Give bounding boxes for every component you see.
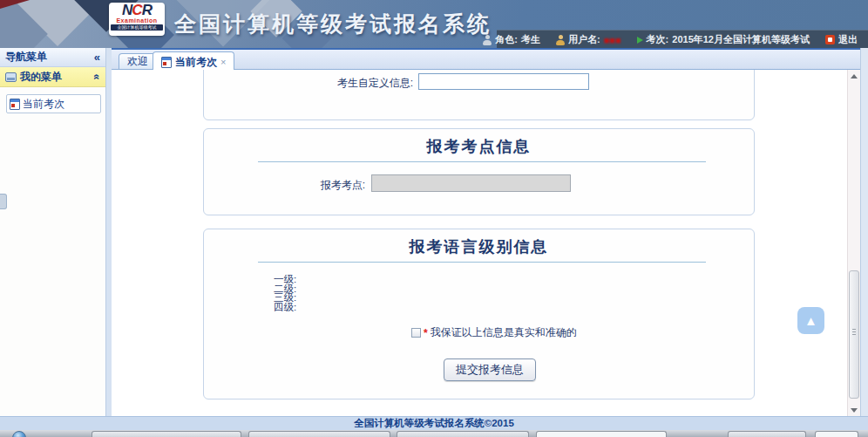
right-frame bbox=[860, 48, 868, 417]
session-label: 考次: bbox=[647, 33, 669, 46]
page-title: 全国计算机等级考试报名系统 bbox=[174, 10, 492, 38]
session-group: 考次: 2015年12月全国计算机等级考试 bbox=[637, 33, 810, 46]
back-to-top-button[interactable]: ▲ bbox=[797, 307, 824, 334]
role-label: 角色: bbox=[495, 33, 518, 46]
taskbar-button[interactable] bbox=[815, 431, 858, 437]
taskbar-button[interactable] bbox=[728, 431, 806, 437]
exam-site-section-title: 报考考点信息 bbox=[204, 136, 754, 157]
deco-triangle bbox=[0, 0, 30, 9]
menu-icon bbox=[5, 72, 17, 82]
tab-welcome-label: 欢迎 bbox=[127, 54, 148, 69]
agree-text: 我保证以上信息是真实和准确的 bbox=[431, 325, 577, 340]
tab-current-session[interactable]: 当前考次 × bbox=[153, 51, 234, 72]
exam-site-label: 报考考点: bbox=[282, 178, 365, 193]
level-4-label: 四级: bbox=[274, 303, 296, 312]
main-area: 欢迎 当前考次 × 考生自定义信息: 报考考点信息 报考考点: bbox=[112, 48, 860, 417]
level-3-label: 三级: bbox=[274, 293, 296, 303]
session-value: 2015年12月全国计算机等级考试 bbox=[672, 33, 810, 46]
sidebar-collapse-icon[interactable]: « bbox=[94, 51, 100, 64]
footer: 全国计算机等级考试报名系统©2015 bbox=[0, 416, 868, 430]
panel-custom-info: 考生自定义信息: bbox=[203, 70, 755, 120]
custom-info-label: 考生自定义信息: bbox=[326, 76, 413, 91]
ncre-logo: NCR Examination 全国计算机等级考试 bbox=[109, 3, 165, 36]
taskbar-button[interactable] bbox=[248, 431, 390, 437]
language-level-section-title: 报考语言级别信息 bbox=[204, 236, 754, 257]
app-window: NCR Examination 全国计算机等级考试 全国计算机等级考试报名系统 … bbox=[0, 0, 868, 437]
sidebar: 导航菜单 « 我的菜单 « 当前考次 bbox=[0, 48, 106, 417]
tab-current-label: 当前考次 bbox=[175, 55, 217, 70]
sidebar-group-label: 我的菜单 bbox=[20, 70, 62, 85]
exam-site-input bbox=[371, 174, 571, 192]
submit-registration-button[interactable]: 提交报考信息 bbox=[444, 358, 536, 381]
tab-welcome[interactable]: 欢迎 bbox=[119, 53, 157, 69]
taskbar-button[interactable] bbox=[92, 431, 241, 437]
username-group: 用户名: ■■■ bbox=[556, 33, 621, 46]
taskbar-button[interactable] bbox=[536, 431, 667, 437]
tab-bar: 欢迎 当前考次 × bbox=[112, 48, 860, 70]
session-arrow-icon bbox=[637, 37, 643, 44]
agree-row: * 我保证以上信息是真实和准确的 bbox=[411, 325, 577, 340]
scroll-down-icon[interactable] bbox=[849, 405, 859, 416]
username-label: 用户名: bbox=[568, 33, 600, 46]
panel-language-level: 报考语言级别信息 一级: 二级: 三级: 四级: * 我保证以上信息是真实和准确… bbox=[203, 229, 755, 399]
section-divider bbox=[258, 161, 706, 162]
custom-info-input[interactable] bbox=[418, 73, 589, 90]
sidebar-title: 导航菜单 bbox=[5, 50, 47, 65]
scrollbar-thumb[interactable] bbox=[849, 270, 859, 399]
logo-text: NCR bbox=[109, 3, 165, 17]
sidebar-header: 导航菜单 « bbox=[0, 48, 105, 67]
sidebar-group-my-menu[interactable]: 我的菜单 « bbox=[0, 67, 105, 87]
scroll-up-icon[interactable] bbox=[849, 71, 859, 82]
required-asterisk: * bbox=[424, 327, 428, 339]
section-divider bbox=[258, 262, 706, 263]
group-collapse-icon[interactable]: « bbox=[92, 74, 104, 80]
logout-button[interactable]: 退出 bbox=[838, 33, 858, 46]
start-orb-icon[interactable] bbox=[12, 431, 26, 437]
level-1-label: 一级: bbox=[274, 275, 296, 284]
windows-taskbar bbox=[0, 430, 868, 437]
agree-checkbox[interactable] bbox=[411, 328, 421, 338]
vertical-scrollbar[interactable] bbox=[847, 70, 860, 417]
scrollbar-grip bbox=[852, 329, 856, 336]
role-group: 角色: 考生 bbox=[483, 33, 540, 46]
app-header: NCR Examination 全国计算机等级考试 全国计算机等级考试报名系统 … bbox=[0, 0, 868, 48]
logout-group[interactable]: 退出 bbox=[825, 33, 858, 46]
user-person-icon bbox=[556, 35, 565, 45]
role-person-icon bbox=[483, 35, 492, 45]
tab-close-icon[interactable]: × bbox=[220, 58, 226, 67]
username-value: ■■■ bbox=[604, 35, 621, 45]
user-info-bar: 角色: 考生 用户名: ■■■ 考次: 2015年12月全国计算机等级考试 退出 bbox=[497, 30, 868, 48]
form-content: 考生自定义信息: 报考考点信息 报考考点: 报考语言级别信息 一级: 二级: 三… bbox=[112, 70, 860, 417]
logo-caption: 全国计算机等级考试 bbox=[111, 24, 163, 31]
logo-subtitle: Examination bbox=[109, 17, 165, 24]
logout-icon[interactable] bbox=[825, 35, 835, 44]
sidebar-item-label: 当前考次 bbox=[23, 97, 64, 112]
tab-exam-session-icon bbox=[161, 57, 172, 68]
sidebar-item-current-session[interactable]: 当前考次 bbox=[6, 94, 101, 113]
sidebar-edge-grip[interactable] bbox=[0, 194, 7, 209]
level-list: 一级: 二级: 三级: 四级: bbox=[274, 275, 296, 311]
role-value: 考生 bbox=[521, 33, 540, 46]
taskbar-button[interactable] bbox=[397, 431, 529, 437]
exam-session-icon bbox=[10, 99, 20, 110]
panel-exam-site: 报考考点信息 报考考点: bbox=[203, 128, 755, 215]
